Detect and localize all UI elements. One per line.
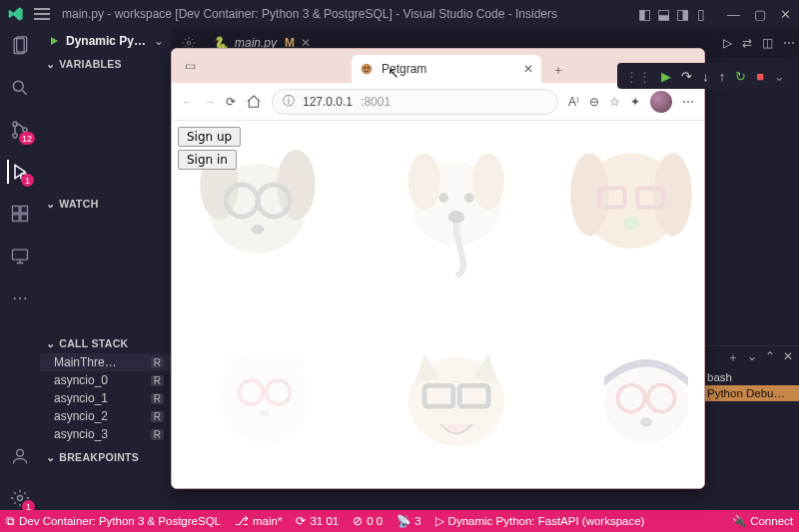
chevron-down-icon: ⌄: [46, 451, 55, 463]
ports-status[interactable]: 📡 3: [397, 514, 420, 528]
run-config-label: Dynamic Pyth…: [66, 34, 148, 48]
svg-point-16: [364, 67, 366, 69]
debug-target-status[interactable]: ▷ Dynamic Python: FastAPI (workspace): [435, 514, 645, 528]
profile-avatar[interactable]: [650, 91, 672, 113]
browser-tab-title: Petgram: [382, 62, 426, 76]
background-illustration: [172, 121, 704, 488]
home-icon[interactable]: [246, 94, 262, 110]
chevron-down-icon[interactable]: ⌄: [154, 34, 164, 48]
remote-explorer-icon[interactable]: [8, 244, 32, 267]
more-views-icon[interactable]: ⋯: [8, 285, 32, 309]
layout-controls: ◧ ⬓ ◨ ▯: [638, 6, 705, 22]
remote-indicator[interactable]: ⧉ Dev Container: Python 3 & PostgreSQL: [6, 515, 221, 528]
svg-point-14: [187, 41, 191, 45]
browser-tab[interactable]: Petgram ✕: [352, 55, 541, 83]
run-debug-icon[interactable]: 1: [7, 160, 31, 184]
window-close-icon[interactable]: ✕: [780, 7, 791, 22]
toggle-secondary-sidebar-icon[interactable]: ◨: [676, 6, 689, 22]
tab-actions-icon[interactable]: ▭: [176, 52, 204, 80]
signin-button[interactable]: Sign in: [178, 150, 237, 170]
explorer-icon[interactable]: [8, 34, 32, 58]
diff-icon[interactable]: ⇄: [742, 36, 752, 50]
refresh-icon[interactable]: ⟳: [226, 95, 236, 109]
extensions-icon[interactable]: ✦: [630, 95, 640, 109]
step-out-icon[interactable]: ↑: [719, 69, 726, 84]
callstack-row[interactable]: MainThre…R: [40, 353, 172, 371]
restart-icon[interactable]: ↻: [735, 69, 746, 84]
drag-handle-icon[interactable]: ⋮⋮: [625, 69, 651, 84]
favorites-icon[interactable]: ☆: [609, 95, 620, 109]
remote-icon: ⧉: [6, 515, 15, 528]
address-bar[interactable]: ⓘ 127.0.0.1:8001: [272, 89, 558, 115]
search-icon[interactable]: [8, 76, 32, 100]
zoom-icon[interactable]: ⊖: [589, 95, 599, 109]
new-terminal-icon[interactable]: ＋: [727, 349, 739, 366]
terminal-item-bash[interactable]: bash: [701, 369, 799, 385]
scm-badge: 12: [19, 132, 35, 145]
start-debug-icon[interactable]: [48, 35, 60, 47]
svg-point-42: [261, 410, 270, 416]
close-tab-icon[interactable]: ✕: [523, 62, 533, 76]
section-breakpoints[interactable]: ⌄ BREAKPOINTS: [40, 447, 172, 467]
signup-button[interactable]: Sign up: [178, 127, 241, 147]
section-variables[interactable]: ⌄ VARIABLES: [40, 54, 172, 74]
svg-point-2: [13, 81, 23, 91]
accounts-icon[interactable]: [8, 444, 32, 468]
close-panel-icon[interactable]: ✕: [783, 349, 793, 366]
settings-gear-icon[interactable]: 1: [8, 486, 32, 510]
svg-point-26: [408, 153, 440, 211]
chevron-down-icon[interactable]: ⌄: [747, 349, 757, 366]
chevron-down-icon: ⌄: [46, 337, 55, 349]
toggle-primary-sidebar-icon[interactable]: ◧: [638, 6, 651, 22]
section-callstack[interactable]: ⌄ CALL STACK: [40, 333, 172, 353]
watch-body: [40, 214, 172, 333]
problems-status[interactable]: ⊘ 0 0: [353, 514, 383, 528]
svg-point-15: [362, 64, 373, 75]
sync-status[interactable]: ⟳ 31 01: [296, 514, 339, 528]
browser-menu-icon[interactable]: ⋯: [682, 95, 694, 109]
connect-status[interactable]: 🔌 Connect: [732, 514, 793, 528]
callstack-row[interactable]: asyncio_2R: [40, 407, 172, 425]
step-over-icon[interactable]: ↷: [681, 69, 692, 84]
step-into-icon[interactable]: ↓: [702, 69, 709, 84]
svg-point-30: [448, 211, 464, 224]
callstack-row[interactable]: asyncio_1R: [40, 389, 172, 407]
read-aloud-icon[interactable]: A⁾: [568, 95, 579, 109]
git-branch[interactable]: ⎇ main*: [235, 514, 282, 528]
stop-icon[interactable]: ■: [756, 69, 764, 84]
svg-point-3: [13, 122, 17, 126]
continue-icon[interactable]: ▶: [661, 69, 671, 84]
vscode-insiders-icon: [8, 6, 24, 22]
terminal-item-python-debug[interactable]: Python Debu…: [701, 385, 799, 401]
section-watch[interactable]: ⌄ WATCH: [40, 194, 172, 214]
branch-icon: ⎇: [235, 514, 249, 528]
toggle-panel-icon[interactable]: ⬓: [657, 6, 670, 22]
customize-layout-icon[interactable]: ▯: [697, 6, 705, 22]
new-tab-icon[interactable]: ＋: [545, 57, 571, 83]
run-file-icon[interactable]: ▷: [723, 36, 732, 50]
hamburger-menu-icon[interactable]: [34, 8, 52, 20]
split-editor-icon[interactable]: ◫: [762, 36, 773, 50]
svg-point-13: [18, 496, 23, 501]
source-control-icon[interactable]: 12: [8, 118, 32, 142]
error-icon: ⊘: [353, 514, 363, 528]
callstack-row[interactable]: asyncio_0R: [40, 371, 172, 389]
window-maximize-icon[interactable]: ▢: [754, 7, 766, 22]
site-info-icon[interactable]: ⓘ: [283, 93, 295, 110]
window-minimize-icon[interactable]: —: [727, 7, 740, 22]
chevron-down-icon: ⌄: [46, 198, 55, 210]
extensions-icon[interactable]: [8, 202, 32, 226]
callstack-row[interactable]: asyncio_3R: [40, 425, 172, 443]
edge-browser-window: ▭ Petgram ✕ ＋ — ▢ ✕ ← → ⟳ ⓘ 127.0.0.1:80…: [171, 48, 705, 489]
maximize-panel-icon[interactable]: ⌃: [765, 349, 775, 366]
url-host: 127.0.0.1: [303, 95, 353, 109]
debug-toolbar[interactable]: ⋮⋮ ▶ ↷ ↓ ↑ ↻ ■ ⌄: [617, 63, 793, 89]
svg-point-39: [280, 353, 304, 377]
more-debug-icon[interactable]: ⌄: [774, 69, 785, 84]
more-actions-icon[interactable]: ⋯: [783, 36, 795, 50]
debug-badge: 1: [21, 174, 34, 187]
forward-icon[interactable]: →: [204, 95, 216, 109]
back-icon[interactable]: ←: [182, 95, 194, 109]
run-config-selector[interactable]: Dynamic Pyth… ⌄: [40, 28, 172, 54]
run-debug-sidebar: Dynamic Pyth… ⌄ ⌄ VARIABLES ⌄ WATCH ⌄ CA…: [40, 28, 172, 510]
